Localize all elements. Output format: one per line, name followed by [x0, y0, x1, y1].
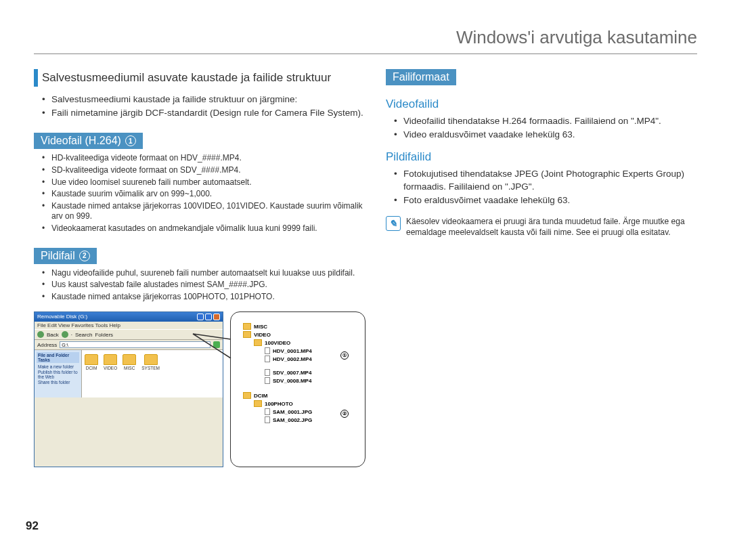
file-icon	[265, 356, 270, 362]
close-icon	[213, 314, 220, 320]
task-item: Publish this folder to the Web	[37, 370, 79, 379]
videofail-heading-text: Videofail (H.264)	[41, 135, 121, 147]
badge-1-icon: 1	[125, 135, 136, 146]
explorer-menubar: File Edit View Favorites Tools Help	[35, 322, 223, 329]
intro-bullets: Salvestusmeediumi kaustade ja failide st…	[34, 93, 366, 119]
bullet: Videofailid tihendatakse H.264 formaadis…	[394, 115, 697, 127]
folder-icon	[254, 400, 262, 407]
bullet: SD-kvaliteediga videote formaat on SDV_#…	[42, 165, 366, 176]
file-icon	[265, 416, 270, 423]
folder-icon	[243, 323, 251, 330]
bullet: Fotokujutised tihendatakse JPEG (Joint P…	[394, 168, 697, 192]
failiformaat-heading: Failiformaat	[386, 69, 456, 85]
folder-icon	[123, 354, 136, 365]
bullet: Foto eraldusvõimet vaadake lehekülg 63.	[394, 194, 697, 207]
back-icon	[37, 331, 44, 338]
bullet: Kaustade nimed antakse järjekorras 100VI…	[42, 201, 366, 222]
badge-2-icon: 2	[79, 251, 90, 261]
folder-icon	[104, 354, 117, 365]
folder-icon	[243, 392, 251, 399]
tasks-panel: File and Folder Tasks Make a new folder …	[35, 350, 82, 397]
file-icon	[265, 408, 270, 415]
pildifailid-heading: Pildifailid	[386, 150, 697, 164]
address-input[interactable]	[60, 341, 211, 348]
tree-label: DCIM	[254, 393, 267, 399]
bullet: Salvestusmeediumi kaustade ja failide st…	[42, 93, 366, 106]
page-title: Windows'i arvutiga kasutamine	[34, 27, 697, 54]
maximize-icon	[205, 314, 212, 320]
bullet: Uue video loomisel suureneb faili number…	[42, 177, 366, 188]
figure-row: Removable Disk (G:) File Edit View Favor…	[34, 311, 366, 467]
bullet: Faili nimetamine järgib DCF-standardit (…	[42, 107, 366, 119]
tree-label: VIDEO	[254, 332, 271, 338]
tree-label: 100PHOTO	[265, 401, 293, 407]
bullet: Kaustade suurim võimalik arv on 999~1,00…	[42, 189, 366, 200]
videofailid-heading: Videofailid	[386, 98, 697, 111]
tree-label: MISC	[254, 324, 267, 330]
tree-label: HDV_0001.MP4	[273, 348, 312, 354]
videofail-bullets: HD-kvaliteediga videote formaat on HDV_#…	[34, 153, 366, 234]
folder-icon	[254, 339, 262, 346]
minimize-icon	[197, 314, 204, 320]
back-label: Back	[47, 332, 59, 338]
folder-item: DCIM	[85, 354, 98, 370]
pildifail-bullets: Nagu videofailide puhul, suureneb faili …	[34, 268, 366, 303]
bullet: Kaustade nimed antakse järjekorras 100PH…	[42, 292, 366, 303]
file-icon	[265, 377, 270, 384]
explorer-title: Removable Disk (G:)	[37, 314, 87, 320]
videofailid-bullets: Videofailid tihendatakse H.264 formaadis…	[386, 115, 697, 141]
pildifail-heading: Pildifail 2	[34, 248, 97, 264]
note-icon: ✎	[386, 216, 401, 231]
tree-label: SDV_0008.MP4	[273, 378, 311, 384]
left-column: Salvestusmeediumil asuvate kaustade ja f…	[34, 69, 366, 467]
page-number: 92	[26, 519, 39, 533]
address-label: Address	[37, 342, 57, 348]
right-column: Failiformaat Videofailid Videofailid tih…	[386, 69, 697, 467]
tree-label: HDV_0002.MP4	[273, 356, 312, 362]
videofail-heading: Videofail (H.264) 1	[34, 133, 143, 149]
tree-label: SAM_0001.JPG	[273, 409, 312, 415]
folder-item: SYSTEM	[141, 354, 160, 370]
folder-item: VIDEO	[104, 354, 117, 370]
folder-item: MISC	[123, 354, 136, 370]
note-text: Käesolev videokaamera ei pruugi ära tund…	[406, 216, 697, 238]
bullet: Uus kaust salvestab faile alustades nime…	[42, 280, 366, 290]
pildifailid-bullets: Fotokujutised tihendatakse JPEG (Joint P…	[386, 168, 697, 207]
bullet: HD-kvaliteediga videote formaat on HDV_#…	[42, 153, 366, 164]
bullet: Videokaamerat kasutades on andmekandjale…	[42, 223, 366, 234]
tree-label: SAM_0002.JPG	[273, 417, 312, 423]
folder-icon	[85, 354, 98, 365]
section-heading-text: Salvestusmeediumil asuvate kaustade ja f…	[42, 69, 331, 87]
folder-icon	[243, 331, 251, 338]
pildifail-heading-text: Pildifail	[41, 250, 75, 262]
note-box: ✎ Käesolev videokaamera ei pruugi ära tu…	[386, 216, 697, 238]
folder-icon	[144, 354, 158, 365]
forward-icon	[62, 331, 68, 338]
file-icon	[265, 347, 270, 354]
failiformaat-text: Failiformaat	[393, 71, 449, 83]
task-item: Make a new folder	[37, 364, 79, 369]
folder-tree-callout: MISC VIDEO 100VIDEO HDV_0001.MP4 HDV_000…	[230, 311, 366, 467]
file-icon	[265, 369, 270, 376]
tree-label: SDV_0007.MP4	[273, 370, 311, 376]
bullet: Nagu videofailide puhul, suureneb faili …	[42, 268, 366, 279]
section-heading-structure: Salvestusmeediumil asuvate kaustade ja f…	[34, 69, 366, 87]
search-label: Search	[75, 332, 92, 338]
task-item: Share this folder	[37, 380, 79, 385]
bullet: Video eraldusvõimet vaadake lehekülg 63.	[394, 129, 697, 141]
tree-label: 100VIDEO	[265, 340, 290, 346]
folders-label: Folders	[95, 332, 113, 338]
tasks-heading: File and Folder Tasks	[37, 352, 79, 363]
